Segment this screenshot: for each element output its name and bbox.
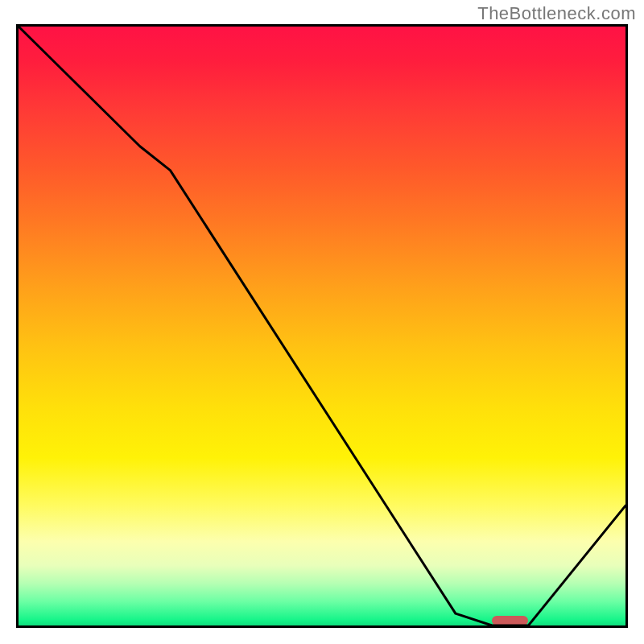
- bottleneck-curve-path: [19, 27, 625, 625]
- watermark-text: TheBottleneck.com: [477, 3, 636, 24]
- plot-frame: [16, 24, 628, 628]
- curve-layer: [19, 27, 625, 625]
- chart-wrapper: TheBottleneck.com: [0, 0, 644, 644]
- plot-area: [16, 24, 628, 628]
